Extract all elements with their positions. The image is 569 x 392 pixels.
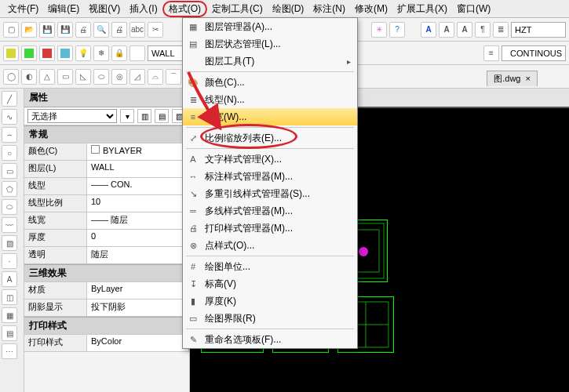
pick-icon[interactable]: ▾ [120,109,134,123]
sphere-icon[interactable]: ◐ [21,69,37,85]
torus-icon[interactable]: ◎ [111,69,127,85]
table-icon[interactable]: ▤ [2,325,17,341]
value-lineweight[interactable]: —— 随层 [86,212,189,230]
menu-extend[interactable]: 扩展工具(X) [392,1,452,17]
menu-draw[interactable]: 绘图(D) [268,1,309,17]
new-icon[interactable]: ▢ [3,22,19,38]
swatch4-icon[interactable] [57,45,73,61]
block-icon[interactable]: ◫ [2,289,17,305]
label-pstyle: 打印样式 [24,334,87,352]
linetype-btn-icon[interactable]: ≡ [483,45,499,61]
saveas-icon[interactable]: 💾 [57,22,73,38]
value-linetype[interactable]: —— CON. [86,177,189,195]
text-icon[interactable]: A [2,271,17,287]
file-tab[interactable]: 图.dwg × [487,71,538,86]
value-ltscale[interactable]: 10 [86,194,189,212]
spellcheck-icon[interactable]: abc [129,22,145,38]
menu-limits[interactable]: ▭绘图界限(R) [183,310,357,327]
box-icon[interactable]: ▭ [57,69,73,85]
save-icon[interactable]: 💾 [39,22,55,38]
more-icon[interactable]: ⋯ [2,343,17,359]
section-3d: 三维效果 [24,264,189,282]
menu-view[interactable]: 视图(V) [84,1,125,17]
menu-format[interactable]: 格式(O) [162,1,207,17]
textstyle-combo[interactable]: HZT [511,22,566,38]
print-icon[interactable]: 🖨 [75,22,91,38]
menu-edit[interactable]: 编辑(E) [43,1,84,17]
value-pstyle[interactable]: ByColor [86,334,189,352]
value-material[interactable]: ByLayer [86,281,189,299]
menu-elevation[interactable]: ↧标高(V) [183,275,357,292]
mline-icon: ═ [186,205,200,217]
menu-color[interactable]: 🎨颜色(C)... [183,74,357,91]
menu-layer-tools[interactable]: 图层工具(T)▸ [183,53,357,70]
paragraph-icon[interactable]: ¶ [475,22,491,38]
spline-icon[interactable]: 〰 [2,217,17,233]
help-icon[interactable]: ? [389,22,405,38]
layer-color-icon[interactable] [129,45,145,61]
menu-layer-manager[interactable]: ▦图层管理器(A)... [183,18,357,35]
pyramid-icon[interactable]: ◺ [75,69,91,85]
plot-icon[interactable]: 🖨 [111,22,127,38]
polyline-icon[interactable]: ∿ [2,109,17,125]
menu-dim-style[interactable]: ↔标注样式管理器(M)... [183,168,357,185]
cut-icon[interactable]: ✂ [148,22,163,38]
menu-file[interactable]: 文件(F) [3,1,43,17]
print-preview-icon[interactable]: 🔍 [93,22,109,38]
menu-scale-list[interactable]: ⤢比例缩放列表(E)... [183,129,357,147]
selection-combo[interactable]: 无选择 [27,109,117,123]
menu-draw-units[interactable]: #绘图单位... [183,258,357,275]
value-color[interactable]: BYLAYER [86,143,189,161]
refresh-icon[interactable]: ✳ [371,22,387,38]
lock-icon[interactable]: 🔒 [111,45,127,61]
menu-insert[interactable]: 插入(I) [125,1,162,17]
point-icon[interactable]: · [2,253,17,269]
cylinder-icon[interactable]: ⬭ [93,69,109,85]
value-thickness[interactable]: 0 [86,229,189,247]
filter-icon2[interactable]: ▤ [155,109,169,123]
dome-icon[interactable]: ⌒ [166,69,181,85]
swatch3-icon[interactable] [39,45,55,61]
dish-icon[interactable]: ⌓ [148,69,163,85]
circle2-icon[interactable]: ○ [2,145,17,161]
swatch2-icon[interactable] [21,45,37,61]
menu-text-style[interactable]: A文字样式管理(X)... [183,151,357,168]
menu-point-style[interactable]: ⊗点样式(O)... [183,237,357,254]
value-layer[interactable]: WALL [86,160,189,178]
menu-window[interactable]: 窗口(W) [452,1,495,17]
value-transparency[interactable]: 随层 [86,246,189,264]
bulb-icon[interactable]: 💡 [75,45,91,61]
menu-custom-tools[interactable]: 定制工具(C) [207,1,268,17]
menu-modify[interactable]: 修改(M) [350,1,392,17]
filter-icon1[interactable]: ▥ [137,109,151,123]
menu-rename[interactable]: ✎重命名选项板(F)... [183,331,357,348]
menu-mleader-style[interactable]: ↘多重引线样式管理器(S)... [183,185,357,202]
menu-mline-style[interactable]: ═多线样式管理器(M)... [183,202,357,220]
linetype-combo[interactable]: CONTINOUS [502,45,566,61]
menu-linetype[interactable]: ≣线型(N)... [183,91,357,108]
text-a-blue-icon[interactable]: A [421,22,436,38]
columns-icon[interactable]: ≣ [493,22,509,38]
wedge-icon[interactable]: ◿ [129,69,145,85]
value-shadow[interactable]: 投下阴影 [86,299,189,317]
limits-icon: ▭ [186,312,200,325]
ellipse-icon[interactable]: ⬭ [2,199,17,215]
circle-icon[interactable]: ◯ [3,69,19,85]
text-a3-icon[interactable]: A [457,22,472,38]
open-icon[interactable]: 📂 [21,22,37,38]
text-a-icon[interactable]: A [439,22,454,38]
region-icon[interactable]: ▦ [2,307,17,323]
cone-icon[interactable]: △ [39,69,55,85]
line-icon[interactable]: ╱ [2,91,17,107]
snowflake-icon[interactable]: ❄ [93,45,109,61]
menu-annotate[interactable]: 标注(N) [308,1,350,17]
rect-icon[interactable]: ▭ [2,163,17,179]
arc-icon[interactable]: ⌢ [2,127,17,143]
menu-thickness[interactable]: ▮厚度(K) [183,292,357,310]
hatch-icon[interactable]: ▨ [2,235,17,251]
polygon-icon[interactable]: ⬠ [2,181,17,197]
menu-lineweight[interactable]: ≡线宽(W)... [183,108,357,125]
swatch1-icon[interactable] [3,45,19,61]
menu-print-style[interactable]: 🖨打印样式管理器(M)... [183,220,357,237]
menu-layer-state[interactable]: ▤图层状态管理(L)... [183,35,357,53]
